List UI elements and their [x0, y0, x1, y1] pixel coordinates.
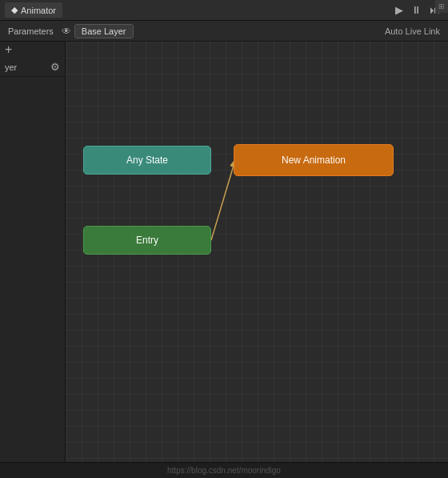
watermark: https://blog.csdn.net/moorindigo [0, 462, 448, 478]
any-state-label: Any State [126, 155, 168, 166]
entry-node[interactable]: Entry [83, 226, 211, 255]
add-layer-button[interactable]: + [0, 42, 17, 58]
side-panel-header: yer ⚙ [0, 58, 65, 77]
auto-live-link-button[interactable]: Auto Live Link [380, 25, 445, 38]
gear-icon[interactable]: ⚙ [50, 61, 60, 73]
top-bar: ◆ Animator ▶ ⏸ ⏭ ⊞ [0, 0, 448, 21]
pause-button[interactable]: ⏸ [408, 2, 425, 18]
animator-tab-icon: ◆ [11, 5, 18, 15]
parameters-button[interactable]: Parameters [3, 25, 58, 38]
new-animation-label: New Animation [282, 155, 346, 166]
layer-label: yer [5, 62, 17, 72]
eye-icon[interactable]: 👁 [62, 26, 71, 37]
any-state-node[interactable]: Any State [83, 146, 211, 175]
play-button[interactable]: ▶ [392, 2, 406, 18]
animator-tab-label: Animator [21, 6, 56, 15]
entry-label: Entry [136, 235, 158, 246]
new-animation-node[interactable]: New Animation [234, 144, 394, 176]
animator-tab[interactable]: ◆ Animator [5, 2, 62, 18]
corner-indicator: ⊞ [435, 0, 448, 13]
main-area: + yer ⚙ Any State New Animation [0, 42, 448, 462]
canvas-area[interactable]: Any State New Animation Entry [66, 42, 448, 462]
watermark-text: https://blog.csdn.net/moorindigo [167, 466, 281, 475]
base-layer-tab[interactable]: Base Layer [74, 24, 134, 38]
side-panel: + yer ⚙ [0, 42, 66, 462]
second-bar: Parameters 👁 Base Layer Auto Live Link [0, 21, 448, 42]
svg-line-1 [211, 160, 235, 240]
